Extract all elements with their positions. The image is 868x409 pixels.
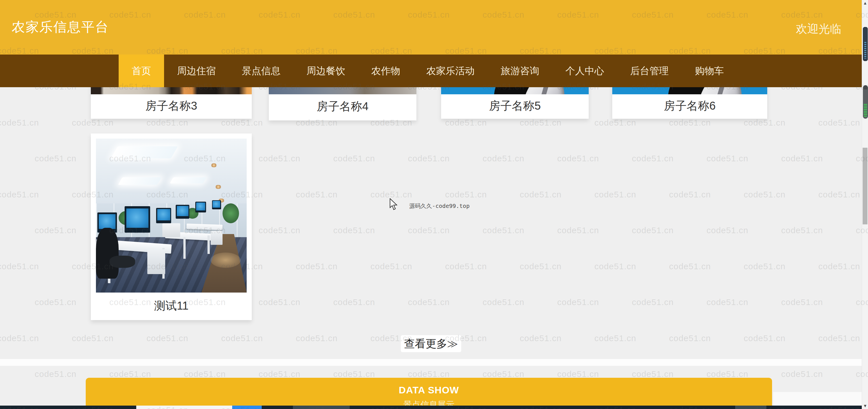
nav-item-crops[interactable]: 农作物 xyxy=(358,55,413,87)
nav-item-cart[interactable]: 购物车 xyxy=(682,55,737,87)
welcome-text: 欢迎光临 xyxy=(796,21,841,37)
watermark-text: code51.cn xyxy=(818,262,860,271)
house-name: 房子名称6 xyxy=(612,94,767,119)
promo-watermark-text: 源码久久-code99.top xyxy=(409,202,469,210)
footer-strip-segment xyxy=(136,406,232,409)
watermark-text: code51.cn xyxy=(35,154,76,163)
watermark-text: code51.cn xyxy=(258,226,300,235)
watermark-text: code51.cn xyxy=(707,226,748,235)
watermark-text: code51.cn xyxy=(296,262,338,271)
house-name: 房子名称3 xyxy=(91,94,252,119)
view-more-button[interactable]: 查看更多≫ xyxy=(401,335,461,352)
watermark-text: code51.cn xyxy=(781,154,823,163)
photo-monitor xyxy=(176,205,189,219)
watermark-text: code51.cn xyxy=(408,226,450,235)
vertical-scrollbar[interactable]: ▲ ▼ xyxy=(862,0,868,409)
watermark-text: code51.cn xyxy=(707,369,748,379)
watermark-text: code51.cn xyxy=(669,190,711,199)
watermark-text: code51.cn xyxy=(520,190,561,199)
scrollbar-down-arrow[interactable]: ▼ xyxy=(862,403,868,409)
widget-cap xyxy=(864,85,867,89)
watermark-text: code51.cn xyxy=(594,262,636,271)
watermark-text: code51.cn xyxy=(296,190,338,199)
photo-monitor xyxy=(125,206,150,232)
floating-widget-blue[interactable] xyxy=(863,27,868,61)
section-background xyxy=(773,392,862,406)
watermark-text: code51.cn xyxy=(557,297,599,307)
watermark-text: code51.cn xyxy=(669,262,711,271)
watermark-text: code51.cn xyxy=(594,190,636,199)
watermark-text: code51.cn xyxy=(370,262,412,271)
watermark-text: code51.cn xyxy=(594,333,636,343)
photo-desk xyxy=(208,235,210,254)
watermark-text: code51.cn xyxy=(483,154,524,163)
watermark-text: code51.cn xyxy=(818,333,860,343)
footer-strip-segment xyxy=(232,406,262,409)
footer-strip-segment xyxy=(293,406,350,409)
photo-light xyxy=(169,177,206,183)
scrollbar-thumb[interactable] xyxy=(863,148,867,224)
photo-cabinet xyxy=(211,231,222,245)
nav-item-travel-consult[interactable]: 旅游咨询 xyxy=(488,55,552,87)
watermark-text: code51.cn xyxy=(333,369,375,379)
footer-strip xyxy=(0,406,868,409)
watermark-text: code51.cn xyxy=(147,333,188,343)
watermark-text: code51.cn xyxy=(744,262,785,271)
watermark-text: code51.cn xyxy=(72,118,114,127)
watermark-text: code51.cn xyxy=(445,190,487,199)
photo-walkway xyxy=(211,253,241,268)
watermark-text: code51.cn xyxy=(333,154,375,163)
nav-item-home[interactable]: 首页 xyxy=(119,55,164,87)
watermark-text: code51.cn xyxy=(669,118,711,127)
watermark-text: code51.cn xyxy=(632,154,674,163)
office-photo xyxy=(96,139,247,293)
watermark-text: code51.cn xyxy=(818,118,860,127)
scrollbar-up-arrow[interactable]: ▲ xyxy=(862,0,868,6)
watermark-text: code51.cn xyxy=(0,333,39,343)
nav-item-dining[interactable]: 周边餐饮 xyxy=(293,55,358,87)
watermark-text: code51.cn xyxy=(707,154,748,163)
nav-item-personal-center[interactable]: 个人中心 xyxy=(552,55,617,87)
watermark-text: code51.cn xyxy=(781,369,823,379)
photo-chair xyxy=(110,256,135,268)
nav-item-lodging[interactable]: 周边住宿 xyxy=(164,55,229,87)
nav-item-admin[interactable]: 后台管理 xyxy=(617,55,682,87)
page: 农家乐信息平台 欢迎光临 首页 周边住宿 景点信息 周边餐饮 农作物 农家乐活动… xyxy=(0,0,868,409)
floating-widget-green[interactable] xyxy=(863,85,868,119)
footer-strip-segment xyxy=(735,406,766,409)
photo-light xyxy=(111,146,178,158)
watermark-text: code51.cn xyxy=(445,118,487,127)
house-card[interactable]: 测试11 xyxy=(91,134,252,320)
house-name: 房子名称4 xyxy=(269,94,416,120)
watermark-text: code51.cn xyxy=(109,369,151,379)
watermark-text: code51.cn xyxy=(707,297,748,307)
site-header: 农家乐信息平台 欢迎光临 xyxy=(0,0,868,55)
watermark-text: code51.cn xyxy=(520,333,561,343)
watermark-text: code51.cn xyxy=(333,226,375,235)
watermark-text: code51.cn xyxy=(408,154,450,163)
photo-printer xyxy=(162,223,181,237)
watermark-text: code51.cn xyxy=(744,190,785,199)
data-show-banner: DATA SHOW 景点信息展示 xyxy=(86,378,772,409)
watermark-text: code51.cn xyxy=(669,333,711,343)
watermark-text: code51.cn xyxy=(147,118,188,127)
watermark-text: code51.cn xyxy=(35,226,76,235)
watermark-text: code51.cn xyxy=(333,297,375,307)
watermark-text: code51.cn xyxy=(445,262,487,271)
watermark-text: code51.cn xyxy=(0,118,39,127)
mouse-cursor xyxy=(390,198,400,211)
watermark-text: code51.cn xyxy=(557,369,599,379)
nav-item-scenic-spots[interactable]: 景点信息 xyxy=(229,55,293,87)
watermark-text: code51.cn xyxy=(557,154,599,163)
watermark-text: code51.cn xyxy=(632,226,674,235)
watermark-text: code51.cn xyxy=(258,154,300,163)
widget-stripes xyxy=(864,104,867,117)
watermark-text: code51.cn xyxy=(184,369,226,379)
watermark-text: code51.cn xyxy=(72,333,114,343)
section-divider xyxy=(0,359,868,366)
nav-item-activities[interactable]: 农家乐活动 xyxy=(413,55,488,87)
watermark-text: code51.cn xyxy=(781,297,823,307)
photo-monitor xyxy=(212,200,221,210)
watermark-text: code51.cn xyxy=(221,118,263,127)
watermark-text: code51.cn xyxy=(35,297,76,307)
